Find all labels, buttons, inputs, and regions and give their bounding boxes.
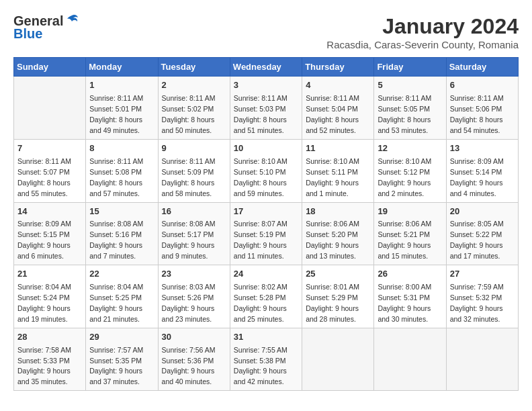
calendar-cell: 25Sunrise: 8:01 AMSunset: 5:29 PMDayligh… [302, 265, 374, 328]
day-number: 15 [89, 205, 154, 218]
calendar-cell [14, 77, 86, 140]
calendar-cell: 20Sunrise: 8:05 AMSunset: 5:22 PMDayligh… [446, 202, 518, 265]
calendar-cell: 17Sunrise: 8:07 AMSunset: 5:19 PMDayligh… [230, 202, 302, 265]
day-number: 6 [450, 79, 515, 92]
day-number: 7 [17, 142, 82, 155]
calendar-cell: 18Sunrise: 8:06 AMSunset: 5:20 PMDayligh… [302, 202, 374, 265]
day-number: 25 [306, 268, 370, 281]
calendar-cell: 6Sunrise: 8:11 AMSunset: 5:06 PMDaylight… [446, 77, 518, 140]
day-info: Sunrise: 8:06 AMSunset: 5:21 PMDaylight:… [378, 220, 431, 260]
calendar-cell: 27Sunrise: 7:59 AMSunset: 5:32 PMDayligh… [446, 265, 518, 328]
header-sunday: Sunday [14, 58, 86, 77]
title-block: January 2024 Racasdia, Caras-Severin Cou… [326, 13, 519, 50]
calendar-cell: 1Sunrise: 8:11 AMSunset: 5:01 PMDaylight… [86, 77, 158, 140]
day-info: Sunrise: 8:10 AMSunset: 5:10 PMDaylight:… [234, 157, 287, 197]
day-info: Sunrise: 8:11 AMSunset: 5:09 PMDaylight:… [162, 157, 216, 197]
day-number: 2 [162, 79, 226, 92]
day-number: 9 [162, 142, 226, 155]
calendar-cell: 29Sunrise: 7:57 AMSunset: 5:35 PMDayligh… [86, 328, 158, 391]
day-info: Sunrise: 8:11 AMSunset: 5:08 PMDaylight:… [89, 157, 143, 197]
header-monday: Monday [86, 58, 158, 77]
day-info: Sunrise: 8:10 AMSunset: 5:11 PMDaylight:… [306, 157, 359, 197]
calendar-cell: 31Sunrise: 7:55 AMSunset: 5:38 PMDayligh… [230, 328, 302, 391]
day-number: 1 [89, 79, 154, 92]
day-number: 11 [306, 142, 370, 155]
header-tuesday: Tuesday [158, 58, 230, 77]
calendar-cell [446, 328, 518, 391]
calendar-week-row: 21Sunrise: 8:04 AMSunset: 5:24 PMDayligh… [14, 265, 519, 328]
day-number: 14 [17, 205, 82, 218]
day-number: 23 [162, 268, 226, 281]
calendar-cell: 19Sunrise: 8:06 AMSunset: 5:21 PMDayligh… [374, 202, 446, 265]
day-info: Sunrise: 8:09 AMSunset: 5:15 PMDaylight:… [17, 220, 71, 260]
day-info: Sunrise: 8:05 AMSunset: 5:22 PMDaylight:… [450, 220, 504, 260]
calendar-cell [374, 328, 446, 391]
day-info: Sunrise: 8:11 AMSunset: 5:03 PMDaylight:… [234, 94, 287, 134]
day-info: Sunrise: 8:11 AMSunset: 5:07 PMDaylight:… [17, 157, 71, 197]
calendar-cell: 16Sunrise: 8:08 AMSunset: 5:17 PMDayligh… [158, 202, 230, 265]
day-number: 16 [162, 205, 226, 218]
location-subtitle: Racasdia, Caras-Severin County, Romania [326, 39, 519, 50]
day-info: Sunrise: 8:02 AMSunset: 5:28 PMDaylight:… [234, 283, 287, 323]
day-info: Sunrise: 8:08 AMSunset: 5:16 PMDaylight:… [89, 220, 143, 260]
calendar-cell: 10Sunrise: 8:10 AMSunset: 5:10 PMDayligh… [230, 139, 302, 202]
header-friday: Friday [374, 58, 446, 77]
calendar-week-row: 14Sunrise: 8:09 AMSunset: 5:15 PMDayligh… [14, 202, 519, 265]
day-number: 3 [234, 79, 298, 92]
calendar-cell: 24Sunrise: 8:02 AMSunset: 5:28 PMDayligh… [230, 265, 302, 328]
calendar-cell: 3Sunrise: 8:11 AMSunset: 5:03 PMDaylight… [230, 77, 302, 140]
calendar-cell: 26Sunrise: 8:00 AMSunset: 5:31 PMDayligh… [374, 265, 446, 328]
calendar-cell: 9Sunrise: 8:11 AMSunset: 5:09 PMDaylight… [158, 139, 230, 202]
logo: General Blue [13, 13, 79, 42]
day-number: 29 [89, 331, 154, 344]
day-number: 26 [378, 268, 442, 281]
logo-bird-icon [64, 13, 79, 28]
day-info: Sunrise: 8:06 AMSunset: 5:20 PMDaylight:… [306, 220, 359, 260]
day-number: 5 [378, 79, 442, 92]
day-info: Sunrise: 8:10 AMSunset: 5:12 PMDaylight:… [378, 157, 431, 197]
calendar-cell: 4Sunrise: 8:11 AMSunset: 5:04 PMDaylight… [302, 77, 374, 140]
calendar-header-row: Sunday Monday Tuesday Wednesday Thursday… [14, 58, 519, 77]
day-number: 31 [234, 331, 298, 344]
header-thursday: Thursday [302, 58, 374, 77]
day-number: 17 [234, 205, 298, 218]
day-number: 10 [234, 142, 298, 155]
calendar-cell: 12Sunrise: 8:10 AMSunset: 5:12 PMDayligh… [374, 139, 446, 202]
day-info: Sunrise: 8:07 AMSunset: 5:19 PMDaylight:… [234, 220, 287, 260]
day-number: 13 [450, 142, 515, 155]
calendar-cell: 23Sunrise: 8:03 AMSunset: 5:26 PMDayligh… [158, 265, 230, 328]
header-wednesday: Wednesday [230, 58, 302, 77]
day-info: Sunrise: 7:56 AMSunset: 5:36 PMDaylight:… [162, 346, 216, 386]
day-number: 18 [306, 205, 370, 218]
calendar-week-row: 7Sunrise: 8:11 AMSunset: 5:07 PMDaylight… [14, 139, 519, 202]
day-info: Sunrise: 8:11 AMSunset: 5:05 PMDaylight:… [378, 94, 431, 134]
calendar-cell: 14Sunrise: 8:09 AMSunset: 5:15 PMDayligh… [14, 202, 86, 265]
day-number: 27 [450, 268, 515, 281]
calendar-week-row: 1Sunrise: 8:11 AMSunset: 5:01 PMDaylight… [14, 77, 519, 140]
calendar-cell: 21Sunrise: 8:04 AMSunset: 5:24 PMDayligh… [14, 265, 86, 328]
header-saturday: Saturday [446, 58, 518, 77]
logo-blue: Blue [13, 26, 42, 42]
day-info: Sunrise: 8:00 AMSunset: 5:31 PMDaylight:… [378, 283, 431, 323]
day-info: Sunrise: 8:08 AMSunset: 5:17 PMDaylight:… [162, 220, 216, 260]
calendar-cell: 7Sunrise: 8:11 AMSunset: 5:07 PMDaylight… [14, 139, 86, 202]
day-number: 30 [162, 331, 226, 344]
day-number: 12 [378, 142, 442, 155]
calendar-cell: 8Sunrise: 8:11 AMSunset: 5:08 PMDaylight… [86, 139, 158, 202]
day-info: Sunrise: 8:09 AMSunset: 5:14 PMDaylight:… [450, 157, 504, 197]
day-info: Sunrise: 8:11 AMSunset: 5:02 PMDaylight:… [162, 94, 216, 134]
calendar-cell: 11Sunrise: 8:10 AMSunset: 5:11 PMDayligh… [302, 139, 374, 202]
calendar-cell: 28Sunrise: 7:58 AMSunset: 5:33 PMDayligh… [14, 328, 86, 391]
day-info: Sunrise: 8:11 AMSunset: 5:04 PMDaylight:… [306, 94, 359, 134]
calendar-cell: 2Sunrise: 8:11 AMSunset: 5:02 PMDaylight… [158, 77, 230, 140]
day-number: 22 [89, 268, 154, 281]
day-info: Sunrise: 8:01 AMSunset: 5:29 PMDaylight:… [306, 283, 359, 323]
calendar-cell [302, 328, 374, 391]
day-info: Sunrise: 7:55 AMSunset: 5:38 PMDaylight:… [234, 346, 287, 386]
day-info: Sunrise: 8:04 AMSunset: 5:25 PMDaylight:… [89, 283, 143, 323]
month-title: January 2024 [326, 13, 519, 39]
day-number: 24 [234, 268, 298, 281]
calendar-cell: 5Sunrise: 8:11 AMSunset: 5:05 PMDaylight… [374, 77, 446, 140]
day-info: Sunrise: 7:58 AMSunset: 5:33 PMDaylight:… [17, 346, 71, 386]
day-number: 19 [378, 205, 442, 218]
